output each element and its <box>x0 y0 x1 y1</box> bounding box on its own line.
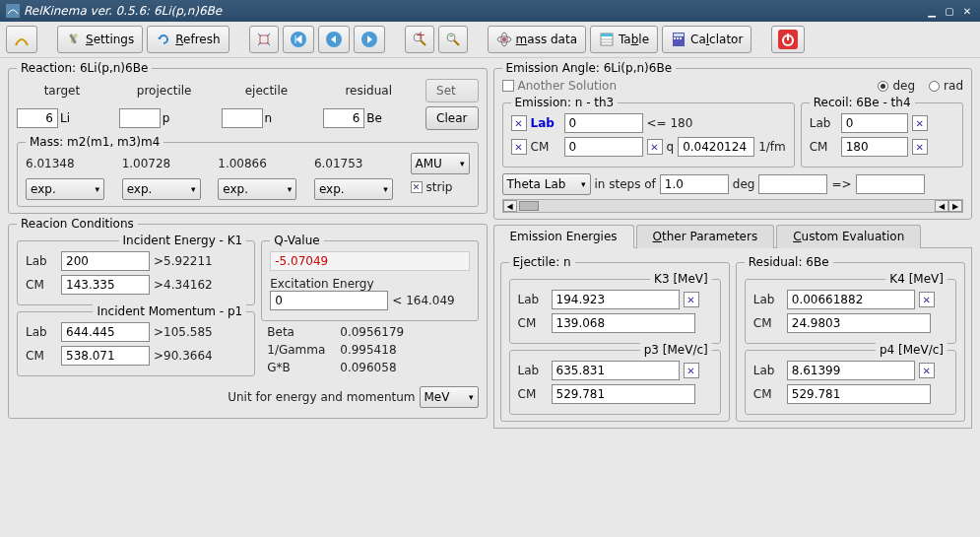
angle-slider[interactable]: ◀ ◀ ▶ <box>502 199 964 213</box>
mass-unit-select[interactable]: AMU <box>411 153 470 174</box>
tab-custom-evaluation[interactable]: Custom Evaluation <box>776 225 921 248</box>
rec-cm-clear[interactable]: ✕ <box>912 139 928 155</box>
im-lab-input[interactable] <box>61 322 150 342</box>
ej-k-cm-l: CM <box>518 316 548 330</box>
theta-select[interactable]: Theta Lab <box>502 173 591 195</box>
res-k-cm-input[interactable] <box>787 313 931 333</box>
steps-input[interactable] <box>660 174 729 194</box>
svg-text:+: + <box>416 32 425 42</box>
ejec-a-input[interactable] <box>222 108 263 128</box>
mass-src3-select[interactable]: exp. <box>218 178 296 200</box>
em-cm-input[interactable] <box>564 137 643 157</box>
window-title: RelKinema ver. 0.5.6: 6Li(p,n)6Be <box>24 4 222 18</box>
mass-legend: Mass: m2(m1, m3)m4 <box>26 135 163 149</box>
unit-select[interactable]: MeV <box>420 386 479 408</box>
zoom-in-icon[interactable]: + <box>405 26 434 53</box>
ex-input[interactable] <box>270 291 388 310</box>
ej-k-lab-l: Lab <box>518 293 548 306</box>
em-q-clear[interactable]: ✕ <box>647 139 663 155</box>
ej-p-legend: p3 [MeV/c] <box>640 343 712 357</box>
slider-right2-icon[interactable]: ▶ <box>948 200 962 212</box>
mass-src2-select[interactable]: exp. <box>122 178 201 200</box>
app-icon <box>6 4 20 18</box>
im-legend: Incident Momentum - p1 <box>93 304 246 318</box>
deg-radio[interactable] <box>878 81 888 92</box>
ej-p-cm-input[interactable] <box>552 384 695 404</box>
em-lab-clear[interactable]: ✕ <box>511 115 527 131</box>
q-input[interactable] <box>678 137 754 157</box>
target-a-input[interactable] <box>17 108 58 128</box>
incident-energy-group: Incident Energy - K1 Lab>5.92211 CM>4.34… <box>17 240 255 305</box>
steps-from-input[interactable] <box>758 174 827 194</box>
rad-radio[interactable] <box>929 81 940 92</box>
steps-to-input[interactable] <box>856 174 925 194</box>
ie-cm-input[interactable] <box>61 275 150 295</box>
ie-lab-gt: >5.92211 <box>154 254 213 268</box>
refresh-button[interactable]: Refresh <box>147 26 229 53</box>
toolbar: SSettingsettings Refresh + - mass data T… <box>0 22 980 58</box>
rec-lab-clear[interactable]: ✕ <box>912 115 928 131</box>
svg-rect-23 <box>677 37 679 39</box>
svg-rect-0 <box>6 4 20 18</box>
settings-button[interactable]: SSettingsettings <box>57 26 143 53</box>
rec-lab-l: Lab <box>810 116 837 130</box>
nav-prev-icon[interactable] <box>318 26 350 53</box>
maximize-icon[interactable]: ▢ <box>943 4 956 18</box>
ej-k-lab-clear[interactable]: ✕ <box>684 292 699 307</box>
minimize-icon[interactable]: ▁ <box>925 4 939 18</box>
im-cm-input[interactable] <box>61 346 150 366</box>
im-cm-gt: >90.3664 <box>154 349 213 363</box>
strip-checkbox[interactable]: ✕ <box>411 181 423 193</box>
table-button[interactable]: Table <box>590 26 658 53</box>
ej-p-lab-input[interactable] <box>552 361 680 380</box>
zoom-out-icon[interactable]: - <box>438 26 468 53</box>
calculator-button[interactable]: Calclator <box>662 26 751 53</box>
rec-cm-input[interactable] <box>841 137 908 157</box>
ie-lab-input[interactable] <box>61 251 150 271</box>
set-button[interactable]: Set <box>425 79 478 102</box>
slider-left-icon[interactable]: ◀ <box>503 200 517 212</box>
res-p-cm-l: CM <box>753 387 783 401</box>
tab-emission-energies[interactable]: Emission Energies <box>493 225 634 248</box>
rec-lab-input[interactable] <box>841 113 908 133</box>
res-p-lab-input[interactable] <box>787 361 915 380</box>
slider-right-icon[interactable]: ◀ <box>935 200 948 212</box>
em-lab-lt: <= 180 <box>647 116 693 130</box>
em-lab-input[interactable] <box>564 113 643 133</box>
mass-src4-select[interactable]: exp. <box>314 178 393 200</box>
proj-a-input[interactable] <box>119 108 161 128</box>
another-checkbox[interactable] <box>502 80 514 92</box>
ej-legend: Ejectile: n <box>509 255 575 269</box>
tab-other-parameters[interactable]: Other Parameters <box>636 225 775 248</box>
hdr-target: target <box>17 84 107 98</box>
res-p-cm-input[interactable] <box>787 384 931 404</box>
res-p-lab-clear[interactable]: ✕ <box>919 363 935 378</box>
slider-thumb[interactable] <box>519 201 539 211</box>
mass-data-button[interactable]: mass data <box>488 26 586 53</box>
ej-k-lab-input[interactable] <box>552 290 680 309</box>
power-icon[interactable] <box>771 26 805 53</box>
ej-p-cm-l: CM <box>518 387 548 401</box>
resid-a-input[interactable] <box>323 108 364 128</box>
nav-next-icon[interactable] <box>354 26 385 53</box>
ejectile-group: Ejectile: n K3 [MeV] Lab✕ CM p3 [MeV/c] … <box>500 262 730 422</box>
clear-button[interactable]: Clear <box>425 106 478 130</box>
ej-p-lab-clear[interactable]: ✕ <box>684 363 699 378</box>
ej-k-cm-input[interactable] <box>552 313 695 333</box>
em-cm-clear[interactable]: ✕ <box>511 139 527 155</box>
mass-group: Mass: m2(m1, m3)m4 6.01348 1.00728 1.008… <box>17 142 479 207</box>
nav-first-icon[interactable] <box>283 26 314 53</box>
res-legend: Residual: 6Be <box>745 255 833 269</box>
app-home-button[interactable] <box>6 26 37 53</box>
res-k-lab-clear[interactable]: ✕ <box>919 292 935 307</box>
svg-rect-22 <box>674 37 676 39</box>
expand-icon[interactable] <box>249 26 279 53</box>
res-k-lab-input[interactable] <box>787 290 915 309</box>
resid-sym: Be <box>364 111 384 125</box>
close-icon[interactable]: ✕ <box>960 4 974 18</box>
qvalue: -5.07049 <box>270 251 469 271</box>
em-lab-l: Lab <box>531 116 560 130</box>
mass-src1-select[interactable]: exp. <box>26 178 104 200</box>
rec-cm-l: CM <box>810 140 837 154</box>
ej-k-legend: K3 [MeV] <box>650 272 712 286</box>
